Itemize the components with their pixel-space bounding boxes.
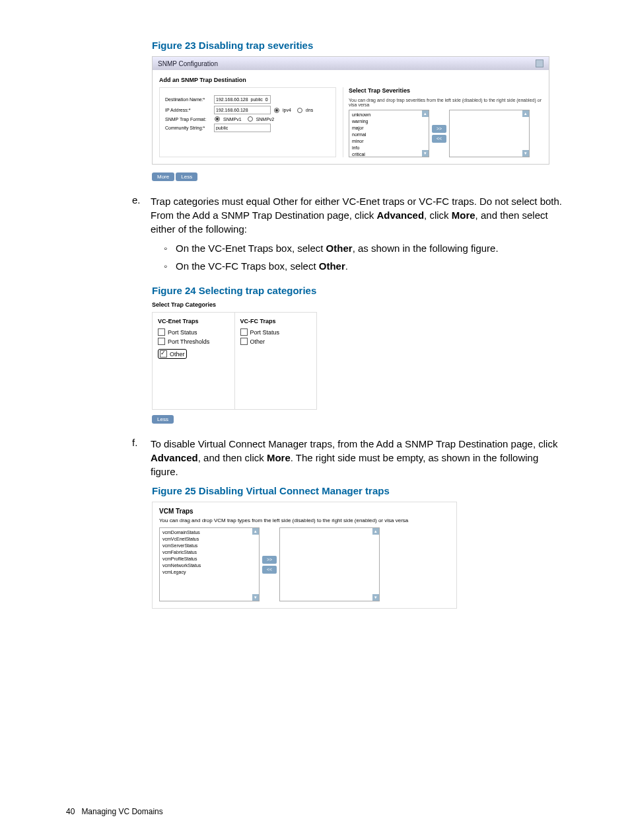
list-item[interactable]: warning (352, 118, 421, 125)
scroll-down-icon[interactable]: ▾ (252, 594, 259, 601)
advanced-bold: Advanced (151, 452, 198, 463)
format-label: SNMP Trap Format: (165, 117, 211, 122)
figure-24-title: Figure 24 Selecting trap categories (152, 285, 564, 296)
figure-23-title: Figure 23 Disabling trap severities (152, 40, 564, 51)
ip-input[interactable] (214, 106, 271, 114)
list-item[interactable]: vcmFabricStatus (162, 549, 251, 556)
list-item[interactable]: minor (352, 138, 421, 145)
move-right-button[interactable]: >> (432, 125, 446, 133)
severities-dual-list: ▴ unknown warning major normal minor inf… (349, 110, 542, 157)
trap-form: Destination Name:* IP Address:* ipv4 dns… (159, 87, 336, 157)
other-fc-checkbox[interactable] (240, 338, 248, 345)
ipv4-radio[interactable] (274, 108, 279, 113)
list-item[interactable]: critical (352, 151, 421, 157)
port-thresholds-checkbox[interactable] (158, 338, 165, 345)
less-button[interactable]: Less (176, 172, 197, 181)
trap-categories-panel: Select Trap Categories VC-Enet Traps Por… (152, 301, 317, 424)
scroll-up-icon[interactable]: ▴ (372, 528, 379, 535)
window-titlebar: SNMP Configuration (153, 57, 549, 70)
severities-title: Select Trap Severities (349, 87, 542, 94)
select-categories-title: Select Trap Categories (152, 301, 317, 308)
community-input[interactable] (214, 124, 271, 132)
vcm-section-title: VCM Traps (159, 508, 450, 515)
checkbox-label: Other (250, 338, 265, 345)
list-item[interactable]: info (352, 145, 421, 151)
scroll-down-icon[interactable]: ▾ (422, 150, 429, 157)
more-bold: More (267, 452, 291, 463)
list-item[interactable]: normal (352, 132, 421, 138)
page-number: 40 (66, 807, 75, 816)
port-status-checkbox[interactable] (158, 328, 165, 336)
ipv4-label: ipv4 (283, 108, 291, 112)
checkbox-label: Other (170, 351, 185, 358)
figure-25-title: Figure 25 Disabling Virtual Connect Mana… (152, 485, 564, 496)
ip-label: IP Address:* (165, 108, 211, 112)
chapter-title: Managing VC Domains (81, 807, 162, 816)
sub-item: On the VC-Enet Traps box, select Other, … (164, 241, 564, 255)
more-button[interactable]: More (152, 172, 174, 181)
other-bold: Other (319, 260, 345, 272)
scroll-down-icon[interactable]: ▾ (522, 150, 529, 157)
text: On the VC-Enet Traps box, select (176, 243, 326, 254)
list-item[interactable]: unknown (352, 112, 421, 118)
disabled-vcm-list[interactable]: ▴ vcmDomainStatus vcmVcEnetStatus vcmSer… (159, 527, 260, 601)
step-f-text: To disable Virtual Connect Manager traps… (151, 437, 564, 478)
snmpv2-label: SNMPv2 (256, 117, 275, 122)
enabled-severities-list[interactable]: ▴ ▾ (449, 110, 530, 157)
vc-enet-column: VC-Enet Traps Port Status Port Threshold… (153, 313, 235, 409)
text: , and then click (198, 452, 267, 463)
dest-name-label: Destination Name:* (165, 97, 211, 102)
dns-radio[interactable] (297, 108, 302, 113)
list-item[interactable]: vcmVcEnetStatus (162, 536, 251, 543)
vc-enet-title: VC-Enet Traps (158, 318, 229, 325)
list-item[interactable]: vcmDomainStatus (162, 529, 251, 536)
vcm-traps-panel: VCM Traps You can drag and drop VCM trap… (152, 502, 457, 609)
text: To disable Virtual Connect Manager traps… (151, 438, 557, 449)
checkbox-label: Port Thresholds (168, 338, 209, 345)
snmpv1-label: SNMPv1 (223, 117, 242, 122)
scroll-up-icon[interactable]: ▴ (252, 528, 259, 535)
scroll-up-icon[interactable]: ▴ (522, 110, 529, 117)
list-item[interactable]: vcmProfileStatus (162, 556, 251, 562)
other-enet-checkbox[interactable] (160, 350, 167, 358)
scroll-up-icon[interactable]: ▴ (422, 110, 429, 117)
snmp-config-window: SNMP Configuration Add an SNMP Trap Dest… (152, 56, 549, 165)
text: . (345, 260, 348, 272)
move-left-button[interactable]: << (262, 566, 277, 574)
list-item[interactable]: vcmNetworkStatus (162, 562, 251, 569)
list-item[interactable]: vcmServerStatus (162, 543, 251, 549)
text: , as shown in the following figure. (353, 243, 499, 254)
text: , click (424, 210, 452, 221)
checkbox-label: Port Status (168, 329, 197, 336)
severities-panel: Select Trap Severities You can drag and … (343, 87, 542, 157)
step-e-text: Trap categories must equal Other for eit… (151, 194, 564, 278)
step-e-letter: e. (132, 194, 151, 278)
move-left-button[interactable]: << (432, 135, 446, 143)
page-footer: 40 Managing VC Domains (66, 807, 564, 816)
vc-fc-column: VC-FC Traps Port Status Other (235, 313, 317, 409)
advanced-bold: Advanced (376, 210, 424, 221)
more-bold: More (452, 210, 475, 221)
step-f-letter: f. (132, 437, 151, 478)
community-label: Community String:* (165, 126, 211, 130)
sub-item: On the VC-FC Traps box, select Other. (164, 259, 564, 273)
snmpv2-radio[interactable] (248, 116, 253, 122)
move-right-button[interactable]: >> (262, 556, 277, 564)
add-trap-title: Add an SNMP Trap Destination (159, 77, 542, 83)
dns-label: dns (306, 108, 313, 112)
vc-fc-title: VC-FC Traps (240, 318, 312, 325)
port-status-fc-checkbox[interactable] (240, 328, 248, 336)
disabled-severities-list[interactable]: ▴ unknown warning major normal minor inf… (349, 110, 429, 157)
checkbox-label: Port Status (250, 329, 280, 336)
severities-hint: You can drag and drop trap severities fr… (349, 98, 542, 107)
enabled-vcm-list[interactable]: ▴ ▾ (279, 527, 380, 601)
other-checkbox-highlighted: Other (158, 349, 187, 359)
list-item[interactable]: vcmLegacy (162, 569, 251, 576)
scroll-down-icon[interactable]: ▾ (372, 594, 379, 601)
close-icon[interactable] (536, 59, 543, 67)
dest-name-input[interactable] (214, 95, 271, 104)
snmpv1-radio[interactable] (215, 116, 220, 122)
less-button[interactable]: Less (152, 415, 174, 424)
list-item[interactable]: major (352, 125, 421, 132)
vcm-hint: You can drag and drop VCM trap types fro… (159, 517, 450, 523)
